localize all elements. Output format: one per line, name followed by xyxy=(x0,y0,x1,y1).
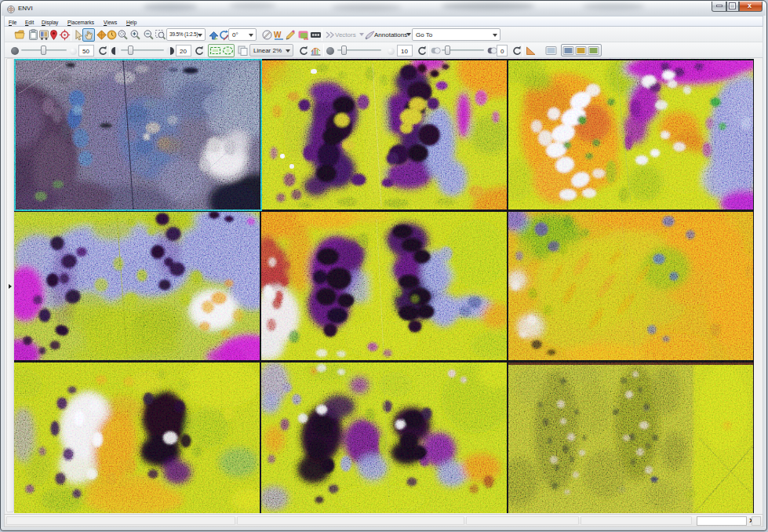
svg-text:vis: vis xyxy=(304,36,309,41)
svg-text:W: W xyxy=(274,31,282,39)
